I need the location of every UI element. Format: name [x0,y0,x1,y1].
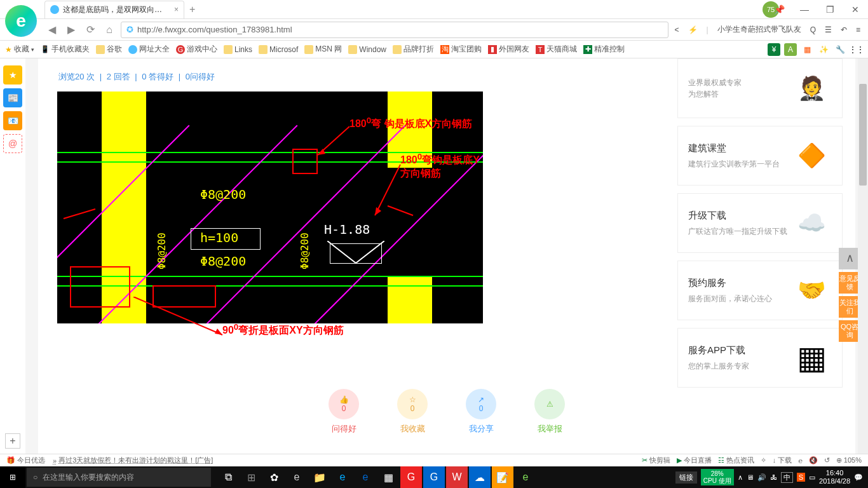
app-icon[interactable]: ☁ [469,466,491,488]
sb-icon[interactable]: ℮ [798,457,803,464]
tab-close-icon[interactable]: × [174,5,179,14]
scroll-thumb[interactable] [859,84,867,186]
scrollbar[interactable] [858,58,868,454]
app-icon[interactable]: 📝 [492,466,513,488]
ie-icon[interactable]: e [355,466,376,488]
link-status[interactable]: 链接 [675,471,697,484]
sidebar-add-button[interactable]: + [5,433,20,449]
follow-button[interactable]: 关注我们 [839,296,860,318]
bookmark-item[interactable]: Window [348,45,386,54]
ext-more-icon[interactable]: ⋮⋮ [850,43,863,56]
today-pick[interactable]: 🎁今日优选 [6,456,45,465]
explorer-icon[interactable]: 📁 [309,466,330,488]
ext2-icon[interactable]: A [784,43,797,56]
card-expert[interactable]: 业界最权威专家 为您解答 🤵 [677,58,843,118]
feedback-button[interactable]: 意见反馈 [839,272,860,294]
maximize-button[interactable]: ❐ [817,0,843,19]
qq-consult-button[interactable]: QQ咨询 [839,320,860,342]
scroll-top-button[interactable]: ∧ [839,248,860,269]
browser-tab[interactable]: 这都是底筋吗，是双网双向布置 × [44,1,184,18]
sidebar-at[interactable]: @ [3,134,22,153]
good-answers[interactable]: 0 答得好 [142,72,173,81]
new-tab-button[interactable]: + [189,4,195,15]
refresh-button[interactable]: ⟳ [83,22,98,37]
bookmark-item[interactable]: 谷歌 [96,44,122,55]
share-icon[interactable]: < [672,24,682,36]
action-share[interactable]: ↗0 我分享 [466,389,496,435]
ad-link[interactable]: »再过3天就放假惹！未有出游计划的戳这里！[广告] [53,456,213,465]
ime-brand-icon[interactable]: S [797,473,805,482]
mute-icon[interactable]: 🔇 [809,456,818,464]
bookmark-item[interactable]: 网址大全 [128,44,170,55]
card-app[interactable]: 服务APP下载您的掌上服务专家 ▦ [677,328,843,388]
flash-icon[interactable]: ⚡ [686,24,700,36]
tray-icon[interactable]: 🖥 [747,473,754,481]
app-icon[interactable]: G [400,466,422,488]
app-icon[interactable]: ✿ [263,466,285,488]
undo-icon[interactable]: ↶ [838,24,850,36]
tray-up-icon[interactable]: ∧ [738,473,743,482]
app-icon[interactable]: ▦ [377,466,399,488]
action-good-question[interactable]: 👍0 问得好 [329,389,359,435]
card-service[interactable]: 预约服务服务面对面，承诺心连心 🤝 [677,261,843,320]
bookmark-item[interactable]: MSN 网 [304,44,342,55]
app-icon[interactable]: W [446,466,468,488]
battery-icon[interactable]: ▭ [809,473,815,482]
bookmark-item[interactable]: G游戏中心 [176,44,217,55]
bookmark-item[interactable]: 淘淘宝团购 [440,44,482,55]
fav-button[interactable]: ★收藏▾ [5,44,34,55]
search-hint[interactable]: 小学生奇葩招式带飞队友 [715,23,804,36]
bookmark-item[interactable]: Microsof [259,45,298,54]
bookmark-item[interactable]: 📱手机收藏夹 [41,44,90,55]
bookmark-item[interactable]: ✚精准控制 [583,44,625,55]
edge-icon[interactable]: e [332,466,353,488]
sidebar-news[interactable]: 📰 [3,88,22,107]
pin-icon[interactable]: 📌 [766,0,792,19]
hot-news[interactable]: ☷热点资讯 [718,456,754,465]
ime-icon[interactable]: 中 [781,472,793,483]
close-button[interactable]: ✕ [843,0,868,19]
forward-button[interactable]: ▶ [64,22,79,37]
url-input[interactable]: ✪ http://e.fwxgx.com/question_1783981.ht… [121,22,668,38]
zoom-level[interactable]: ⊕ 105% [836,456,862,464]
good-asks[interactable]: 0问得好 [186,72,215,81]
edge-classic-icon[interactable]: e [286,466,308,488]
volume-icon[interactable]: 🔊 [757,473,766,482]
app-icon[interactable]: G [423,466,445,488]
notification-icon[interactable]: 💬 [854,473,863,482]
menu-icon[interactable]: ≡ [853,24,863,36]
card-upgrade[interactable]: 升级下载广联达官方唯一指定升级下载 ☁️ [677,193,843,253]
taskbar-search[interactable]: ○ 在这里输入你要搜索的内容 [27,468,211,487]
restore-icon[interactable]: ↺ [824,456,830,464]
start-button[interactable]: ⊞ [0,466,25,488]
home-button[interactable]: ⌂ [102,22,117,37]
clock[interactable]: 16:40 2018/4/28 [819,469,850,485]
action-favorite[interactable]: ☆0 我收藏 [397,389,428,435]
browser-logo[interactable]: e [5,5,37,37]
action-report[interactable]: ⚠ 我举报 [534,389,565,435]
ext3-icon[interactable]: ▦ [801,43,813,56]
card-course[interactable]: 建筑课堂建筑行业实训教学第一平台 🔶 [677,126,843,186]
minimize-button[interactable]: — [792,0,817,19]
ext5-icon[interactable]: 🔧 [834,43,846,56]
quick-clip[interactable]: ✂快剪辑 [642,456,670,465]
answers[interactable]: 2 回答 [107,72,130,81]
download-button[interactable]: ↓ 下载 [773,456,792,465]
sidebar-fav[interactable]: ★ [3,65,22,85]
ext1-icon[interactable]: ¥ [768,43,780,56]
sidebar-weibo[interactable]: 📧 [3,111,22,130]
back-button[interactable]: ◀ [44,22,60,37]
bookmark-item[interactable]: ▮外国网友 [488,44,529,55]
browser-icon[interactable]: e [515,466,536,488]
app-icon[interactable]: ⊞ [240,466,262,488]
search-icon[interactable]: Q [808,24,818,36]
live-today[interactable]: ▶今日直播 [677,456,712,465]
network-icon[interactable]: 🖧 [770,473,777,481]
bookmark-item[interactable]: T天猫商城 [536,44,577,55]
bookmark-item[interactable]: Links [224,45,252,54]
sb-icon[interactable]: ✧ [761,456,766,464]
bookmark-item[interactable]: 品牌打折 [393,44,434,55]
cpu-usage[interactable]: 28% CPU 使用 [701,469,734,485]
taskview-icon[interactable]: ⧉ [217,466,239,488]
ext-icon[interactable]: ☰ [822,24,834,36]
